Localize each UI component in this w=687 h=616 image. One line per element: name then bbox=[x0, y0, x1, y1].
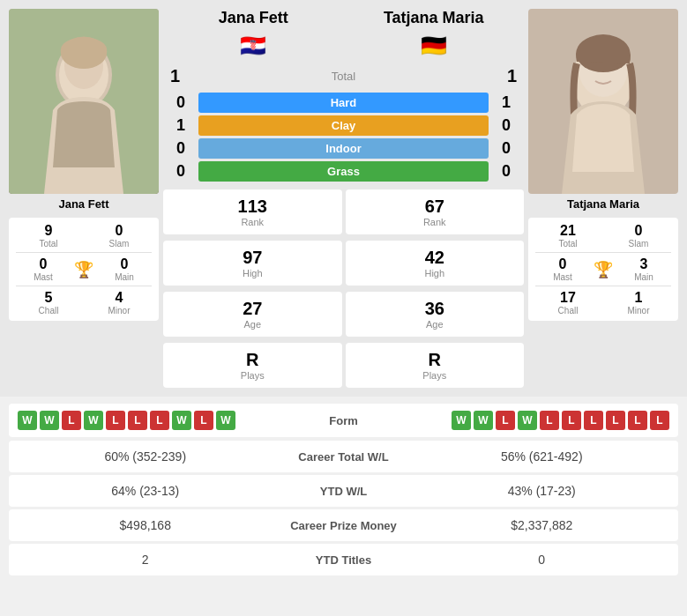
right-slam-value: 0 bbox=[606, 223, 671, 239]
left-player-name-center: Jana Fett bbox=[163, 9, 344, 27]
form-label: Form bbox=[291, 414, 397, 427]
form-left-badge-9: W bbox=[216, 411, 235, 430]
main-container: Jana Fett 9 Total 0 Slam bbox=[0, 0, 687, 585]
stats-rows: 60% (352-239)Career Total W/L56% (621-49… bbox=[9, 441, 678, 575]
right-minor-label: Minor bbox=[606, 306, 671, 315]
form-right-badge-4: L bbox=[540, 411, 559, 430]
right-total-label: Total bbox=[535, 239, 601, 249]
form-left-badge-1: W bbox=[40, 411, 59, 430]
stats-left-1: 64% (23-13) bbox=[26, 484, 265, 498]
left-high-value: 97 bbox=[170, 248, 335, 268]
stats-center-2: Career Prize Money bbox=[265, 519, 423, 532]
right-plays-value: R bbox=[353, 350, 518, 370]
surface-left-score-1: 1 bbox=[170, 116, 191, 135]
left-high-label: High bbox=[170, 268, 335, 278]
total-label: Total bbox=[332, 70, 355, 83]
form-left-badge-3: W bbox=[84, 411, 103, 430]
left-slam-label: Slam bbox=[86, 239, 152, 249]
total-left-score: 1 bbox=[170, 66, 180, 86]
right-age-label: Age bbox=[353, 319, 518, 330]
surface-badge-2: Indoor bbox=[198, 138, 489, 159]
surface-row-0: 0Hard1 bbox=[163, 93, 524, 113]
right-total-value: 21 bbox=[535, 223, 601, 239]
form-right-badge-7: L bbox=[606, 411, 625, 430]
form-right-badge-1: W bbox=[474, 411, 493, 430]
left-player-photo bbox=[9, 9, 159, 194]
right-player-column: Tatjana Maria 21 Total 0 Slam bbox=[528, 9, 678, 321]
center-column: Jana Fett Tatjana Maria 🇭🇷 🇩🇪 1 Total 1 … bbox=[163, 9, 524, 388]
left-age-label: Age bbox=[170, 319, 335, 330]
form-right-badge-0: W bbox=[452, 411, 471, 430]
surface-right-score-2: 0 bbox=[496, 139, 517, 158]
form-left-badge-5: L bbox=[128, 411, 147, 430]
stats-row-1: 64% (23-13)YTD W/L43% (17-23) bbox=[9, 475, 678, 507]
right-flag: 🇩🇪 bbox=[344, 33, 525, 58]
left-flag: 🇭🇷 bbox=[163, 33, 344, 58]
form-left-badge-7: W bbox=[172, 411, 191, 430]
surface-right-score-0: 1 bbox=[496, 93, 517, 112]
right-rank-value: 67 bbox=[353, 197, 518, 217]
form-left-badge-8: L bbox=[194, 411, 213, 430]
left-plays-value: R bbox=[170, 350, 335, 370]
stats-center-0: Career Total W/L bbox=[265, 450, 423, 464]
stats-row-0: 60% (352-239)Career Total W/L56% (621-49… bbox=[9, 441, 678, 472]
stats-row-3: 2YTD Titles0 bbox=[9, 544, 678, 575]
bottom-section: WWLWLLLWLW Form WWLWLLLLLL 60% (352-239)… bbox=[0, 397, 687, 585]
stats-right-1: 43% (17-23) bbox=[423, 484, 661, 498]
left-trophy-icon: 🏆 bbox=[71, 260, 97, 279]
right-slam-label: Slam bbox=[606, 239, 671, 249]
left-player-info: 9 Total 0 Slam 0 Mast 🏆 bbox=[9, 218, 159, 321]
form-right-badge-6: L bbox=[584, 411, 603, 430]
left-chall-label: Chall bbox=[16, 306, 81, 315]
form-right-badge-5: L bbox=[562, 411, 581, 430]
right-form-badges: WWLWLLLLLL bbox=[397, 411, 670, 430]
form-right-badge-9: L bbox=[650, 411, 669, 430]
form-left-badge-6: L bbox=[150, 411, 169, 430]
right-rank-label: Rank bbox=[353, 217, 518, 227]
stats-left-0: 60% (352-239) bbox=[26, 449, 265, 464]
right-chall-value: 17 bbox=[535, 290, 601, 306]
left-rank-value: 113 bbox=[170, 197, 335, 217]
right-high-label: High bbox=[353, 268, 518, 278]
stats-right-2: $2,337,882 bbox=[423, 518, 661, 532]
right-high-value: 42 bbox=[353, 248, 518, 268]
right-mast-value: 0 bbox=[535, 256, 590, 272]
surface-left-score-0: 0 bbox=[170, 93, 191, 112]
left-mast-value: 0 bbox=[16, 256, 71, 272]
surface-badge-0: Hard bbox=[198, 93, 489, 113]
surface-left-score-3: 0 bbox=[170, 162, 191, 181]
surface-right-score-1: 0 bbox=[496, 116, 517, 135]
top-section: Jana Fett 9 Total 0 Slam bbox=[0, 0, 687, 397]
form-right-badge-3: W bbox=[518, 411, 537, 430]
form-right-badge-2: L bbox=[496, 411, 515, 430]
left-main-value: 0 bbox=[97, 256, 152, 272]
form-left-badge-0: W bbox=[18, 411, 37, 430]
left-plays-label: Plays bbox=[170, 370, 335, 381]
left-total-label: Total bbox=[16, 239, 81, 249]
form-row: WWLWLLLWLW Form WWLWLLLLLL bbox=[9, 404, 678, 437]
right-player-info: 21 Total 0 Slam 0 Mast 🏆 bbox=[528, 218, 678, 321]
surface-left-score-2: 0 bbox=[170, 139, 191, 158]
left-main-label: Main bbox=[97, 272, 152, 282]
stats-right-3: 0 bbox=[423, 553, 661, 567]
left-rank-label: Rank bbox=[170, 217, 335, 227]
surface-row-1: 1Clay0 bbox=[163, 115, 524, 136]
form-left-badge-2: L bbox=[62, 411, 81, 430]
right-minor-value: 1 bbox=[606, 290, 671, 306]
left-mast-label: Mast bbox=[16, 272, 71, 282]
left-minor-label: Minor bbox=[86, 306, 152, 315]
total-right-score: 1 bbox=[507, 66, 517, 86]
stats-center-3: YTD Titles bbox=[265, 553, 423, 567]
stats-right-0: 56% (621-492) bbox=[423, 449, 661, 464]
surface-badge-1: Clay bbox=[198, 115, 489, 136]
stats-left-2: $498,168 bbox=[26, 518, 265, 532]
right-player-photo bbox=[528, 9, 678, 194]
right-plays-label: Plays bbox=[353, 370, 518, 381]
left-chall-value: 5 bbox=[16, 290, 81, 306]
left-player-column: Jana Fett 9 Total 0 Slam bbox=[9, 9, 159, 321]
left-player-name-below: Jana Fett bbox=[58, 197, 108, 211]
stats-row-2: $498,168Career Prize Money$2,337,882 bbox=[9, 509, 678, 541]
left-minor-value: 4 bbox=[86, 290, 152, 306]
left-form-badges: WWLWLLLWLW bbox=[18, 411, 291, 430]
right-main-label: Main bbox=[616, 272, 671, 282]
